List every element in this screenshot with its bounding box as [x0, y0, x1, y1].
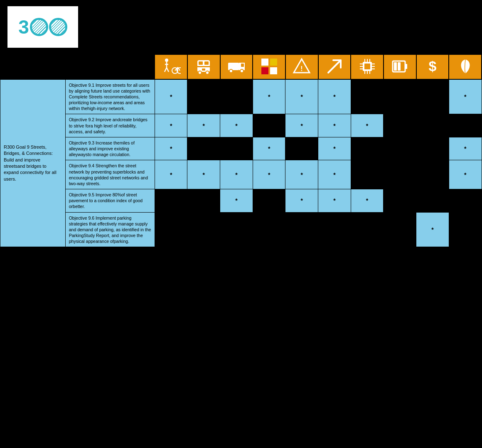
data-cell-9.1-col-3: *: [253, 79, 285, 114]
pedestrian-bike-icon: [162, 57, 181, 76]
intersection-icon: [260, 57, 279, 76]
data-cell-9.1-col-6: [351, 79, 384, 114]
data-cell-9.3-col-5: *: [318, 137, 351, 160]
svg-rect-11: [199, 61, 203, 65]
header-safety: !: [285, 54, 318, 79]
data-cell-9.4-col-2: *: [220, 160, 253, 189]
header-row: !: [0, 54, 482, 79]
circle-zero-1: [30, 18, 48, 36]
svg-point-14: [198, 71, 202, 74]
svg-rect-12: [204, 61, 209, 65]
data-cell-9.2-col-9: [449, 114, 482, 137]
data-cell-9.4-col-9: *: [449, 160, 482, 189]
data-cell-9.2-col-1: *: [187, 114, 220, 137]
data-cell-9.4-col-7: [384, 160, 416, 189]
funding-icon: $: [423, 57, 442, 76]
data-cell-9.5-col-8: [416, 189, 449, 213]
data-cell-9.6-col-8: *: [416, 212, 449, 247]
data-cell-9.5-col-0: [155, 189, 187, 213]
freight-icon: [227, 57, 246, 76]
data-cell-9.3-col-1: [187, 137, 220, 160]
data-cell-9.4-col-6: [351, 160, 384, 189]
data-cell-9.1-col-7: [384, 79, 416, 114]
objective-row-9.1: R300 Goal 9 Streets, Bridges, & Connecti…: [0, 79, 482, 114]
svg-rect-45: [394, 62, 397, 71]
objective-cell-9.4: Objective 9.4 Strengthen the street netw…: [65, 160, 155, 189]
svg-line-2: [165, 68, 167, 72]
data-cell-9.4-col-3: *: [253, 160, 285, 189]
objective-row-9.4: Objective 9.4 Strengthen the street netw…: [0, 160, 482, 189]
objective-cell-9.5: Objective 9.5 Improve 80%of street pavem…: [65, 189, 155, 213]
data-cell-9.1-col-2: [220, 79, 253, 114]
data-cell-9.1-col-1: [187, 79, 220, 114]
header-intersection: [253, 54, 285, 79]
data-cell-9.6-col-4: [285, 212, 318, 247]
header-sustainability: [384, 54, 416, 79]
data-cell-9.2-col-4: *: [285, 114, 318, 137]
transit-icon: [194, 57, 213, 76]
circle-zero-2: [49, 18, 67, 36]
technology-icon: [358, 57, 377, 76]
data-cell-9.1-col-8: [416, 79, 449, 114]
svg-rect-17: [228, 63, 239, 70]
data-cell-9.2-col-6: *: [351, 114, 384, 137]
data-cell-9.3-col-3: *: [253, 137, 285, 160]
data-cell-9.1-col-5: *: [318, 79, 351, 114]
data-cell-9.2-col-0: *: [155, 114, 187, 137]
header-freight: [220, 54, 253, 79]
header-funding: $: [416, 54, 449, 79]
svg-rect-22: [261, 59, 268, 66]
data-cell-9.6-col-5: [318, 212, 351, 247]
svg-text:!: !: [301, 65, 303, 72]
data-cell-9.6-col-1: [187, 212, 220, 247]
safety-icon: !: [292, 57, 311, 76]
objective-row-9.2: Objective 9.2 Improve andcreate bridges …: [0, 114, 482, 137]
header-transit: [187, 54, 220, 79]
data-cell-9.3-col-4: [285, 137, 318, 160]
header-environment: [449, 54, 482, 79]
data-cell-9.1-col-9: *: [449, 79, 482, 114]
goal-cell: R300 Goal 9 Streets, Bridges, & Connecti…: [0, 79, 66, 247]
svg-point-20: [229, 69, 233, 73]
data-cell-9.6-col-2: [220, 212, 253, 247]
svg-point-0: [165, 59, 168, 62]
environment-icon: [456, 57, 475, 76]
svg-point-15: [206, 71, 209, 74]
svg-line-3: [167, 68, 169, 72]
data-cell-9.5-col-4: *: [285, 189, 318, 213]
objective-cell-9.1: Objective 9.1 Improve streets for all us…: [65, 79, 155, 114]
data-cell-9.1-col-4: *: [285, 79, 318, 114]
svg-rect-46: [398, 62, 401, 71]
objective-cell-9.2: Objective 9.2 Improve andcreate bridges …: [65, 114, 155, 137]
objective-row-9.3: Objective 9.3 Increase themiles of alley…: [0, 137, 482, 160]
data-cell-9.5-col-6: *: [351, 189, 384, 213]
svg-text:$: $: [428, 58, 436, 74]
sustainability-icon: [390, 57, 409, 76]
header-goal-empty: [0, 54, 66, 79]
svg-rect-44: [405, 64, 407, 69]
data-cell-9.3-col-2: [220, 137, 253, 160]
svg-point-21: [240, 69, 243, 73]
data-cell-9.2-col-7: [384, 114, 416, 137]
data-cell-9.5-col-1: [187, 189, 220, 213]
data-cell-9.4-col-8: [416, 160, 449, 189]
page-container: 3: [0, 0, 482, 448]
300-graphic: 3: [18, 17, 67, 37]
header-obj-empty: [65, 54, 155, 79]
data-cell-9.5-col-9: [449, 189, 482, 213]
objective-row-9.5: Objective 9.5 Improve 80%of street pavem…: [0, 189, 482, 213]
logo: 3: [7, 6, 78, 48]
svg-rect-13: [197, 66, 210, 67]
data-cell-9.4-col-0: *: [155, 160, 187, 189]
main-grid: !: [0, 54, 482, 247]
data-cell-9.4-col-1: *: [187, 160, 220, 189]
data-cell-9.3-col-0: *: [155, 137, 187, 160]
data-cell-9.6-col-7: [384, 212, 416, 247]
objective-cell-9.3: Objective 9.3 Increase themiles of alley…: [65, 137, 155, 160]
svg-rect-30: [364, 64, 370, 69]
growth-icon: [325, 57, 344, 76]
data-cell-9.3-col-6: [351, 137, 384, 160]
data-cell-9.2-col-3: [253, 114, 285, 137]
header-growth: [318, 54, 351, 79]
data-cell-9.3-col-8: [416, 137, 449, 160]
